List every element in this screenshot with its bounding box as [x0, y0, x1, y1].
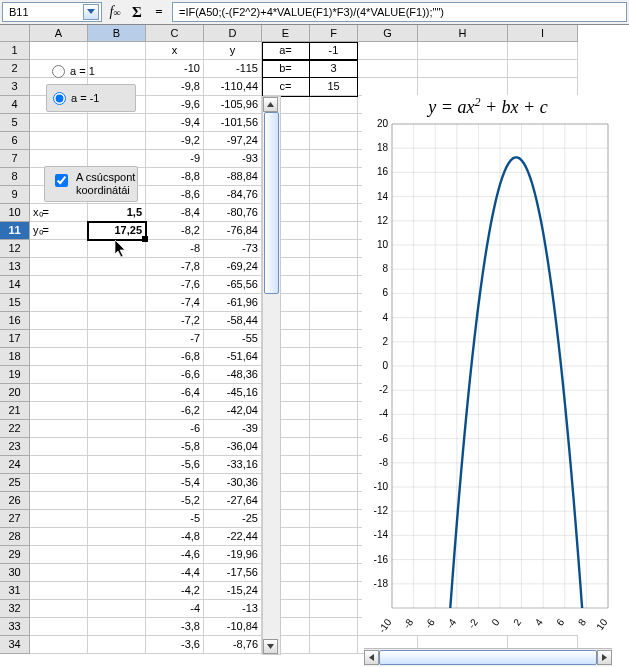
cell-F19[interactable] [310, 366, 358, 384]
row-header-17[interactable]: 17 [0, 330, 30, 348]
cell-A10[interactable]: x₀= [30, 204, 88, 222]
cell-D15[interactable]: -61,96 [204, 294, 262, 312]
row-header-9[interactable]: 9 [0, 186, 30, 204]
cell-D33[interactable]: -10,84 [204, 618, 262, 636]
cell-A20[interactable] [30, 384, 88, 402]
cell-F18[interactable] [310, 348, 358, 366]
radio-a-eq-1[interactable]: a = 1 [46, 58, 136, 84]
cell-D19[interactable]: -48,36 [204, 366, 262, 384]
cell-C21[interactable]: -6,2 [146, 402, 204, 420]
cell-F14[interactable] [310, 276, 358, 294]
inner-scroll-track[interactable] [263, 112, 280, 639]
inner-hscroll-track[interactable] [379, 649, 597, 666]
col-header-E[interactable]: E [262, 25, 310, 42]
cell-D34[interactable]: -8,76 [204, 636, 262, 654]
row-header-14[interactable]: 14 [0, 276, 30, 294]
cell-D24[interactable]: -33,16 [204, 456, 262, 474]
cell-A28[interactable] [30, 528, 88, 546]
cell-C9[interactable]: -8,6 [146, 186, 204, 204]
cell-C19[interactable]: -6,6 [146, 366, 204, 384]
row-header-1[interactable]: 1 [0, 42, 30, 60]
row-header-25[interactable]: 25 [0, 474, 30, 492]
row-header-18[interactable]: 18 [0, 348, 30, 366]
cell-C28[interactable]: -4,8 [146, 528, 204, 546]
row-header-24[interactable]: 24 [0, 456, 30, 474]
cell-D4[interactable]: -105,96 [204, 96, 262, 114]
cell-C10[interactable]: -8,4 [146, 204, 204, 222]
cell-D17[interactable]: -55 [204, 330, 262, 348]
row-header-23[interactable]: 23 [0, 438, 30, 456]
cell-F6[interactable] [310, 132, 358, 150]
function-wizard-icon[interactable]: f∞ [106, 3, 124, 21]
cell-D32[interactable]: -13 [204, 600, 262, 618]
cell-G1[interactable] [358, 42, 418, 60]
row-header-26[interactable]: 26 [0, 492, 30, 510]
cell-D21[interactable]: -42,04 [204, 402, 262, 420]
row-header-6[interactable]: 6 [0, 132, 30, 150]
inner-vertical-scrollbar[interactable] [262, 96, 281, 655]
cell-B29[interactable] [88, 546, 146, 564]
cell-A24[interactable] [30, 456, 88, 474]
row-header-13[interactable]: 13 [0, 258, 30, 276]
row-header-27[interactable]: 27 [0, 510, 30, 528]
cell-C3[interactable]: -9,8 [146, 78, 204, 96]
cell-D11[interactable]: -76,84 [204, 222, 262, 240]
row-header-31[interactable]: 31 [0, 582, 30, 600]
cell-D10[interactable]: -80,76 [204, 204, 262, 222]
cell-F15[interactable] [310, 294, 358, 312]
cell-B12[interactable] [88, 240, 146, 258]
cell-B30[interactable] [88, 564, 146, 582]
cell-A14[interactable] [30, 276, 88, 294]
cell-D27[interactable]: -25 [204, 510, 262, 528]
row-header-22[interactable]: 22 [0, 420, 30, 438]
cell-D23[interactable]: -36,04 [204, 438, 262, 456]
cell-C33[interactable]: -3,8 [146, 618, 204, 636]
cell-H2[interactable] [418, 60, 508, 78]
cell-A23[interactable] [30, 438, 88, 456]
cell-D9[interactable]: -84,76 [204, 186, 262, 204]
cell-C23[interactable]: -5,8 [146, 438, 204, 456]
cell-A34[interactable] [30, 636, 88, 654]
cell-F10[interactable] [310, 204, 358, 222]
cell-C27[interactable]: -5 [146, 510, 204, 528]
cell-B13[interactable] [88, 258, 146, 276]
cell-F30[interactable] [310, 564, 358, 582]
cell-A13[interactable] [30, 258, 88, 276]
cell-F27[interactable] [310, 510, 358, 528]
cell-C4[interactable]: -9,6 [146, 96, 204, 114]
cell-B31[interactable] [88, 582, 146, 600]
cell-F5[interactable] [310, 114, 358, 132]
inner-scroll-thumb[interactable] [264, 112, 279, 294]
cell-F34[interactable] [310, 636, 358, 654]
cell-A22[interactable] [30, 420, 88, 438]
cell-F12[interactable] [310, 240, 358, 258]
cell-C12[interactable]: -8 [146, 240, 204, 258]
cell-D29[interactable]: -19,96 [204, 546, 262, 564]
cell-E3[interactable]: c= [262, 78, 310, 96]
cell-D22[interactable]: -39 [204, 420, 262, 438]
cell-C8[interactable]: -8,8 [146, 168, 204, 186]
cell-D7[interactable]: -93 [204, 150, 262, 168]
sum-icon[interactable]: Σ [128, 3, 146, 21]
cell-A6[interactable] [30, 132, 88, 150]
name-box-dropdown[interactable] [83, 4, 99, 20]
cell-D6[interactable]: -97,24 [204, 132, 262, 150]
cell-I2[interactable] [508, 60, 578, 78]
row-header-15[interactable]: 15 [0, 294, 30, 312]
cell-D12[interactable]: -73 [204, 240, 262, 258]
row-header-3[interactable]: 3 [0, 78, 30, 96]
cell-B21[interactable] [88, 402, 146, 420]
cell-D28[interactable]: -22,44 [204, 528, 262, 546]
row-header-2[interactable]: 2 [0, 60, 30, 78]
cell-A11[interactable]: y₀= [30, 222, 88, 240]
radio-a-eq-neg1[interactable]: a = -1 [46, 84, 136, 112]
cell-C14[interactable]: -7,6 [146, 276, 204, 294]
inner-scroll-down-button[interactable] [263, 639, 278, 654]
radio-a-eq-neg1-input[interactable] [53, 92, 66, 105]
cell-F32[interactable] [310, 600, 358, 618]
cell-A32[interactable] [30, 600, 88, 618]
row-header-34[interactable]: 34 [0, 636, 30, 654]
cell-A17[interactable] [30, 330, 88, 348]
cell-D18[interactable]: -51,64 [204, 348, 262, 366]
cell-C20[interactable]: -6,4 [146, 384, 204, 402]
